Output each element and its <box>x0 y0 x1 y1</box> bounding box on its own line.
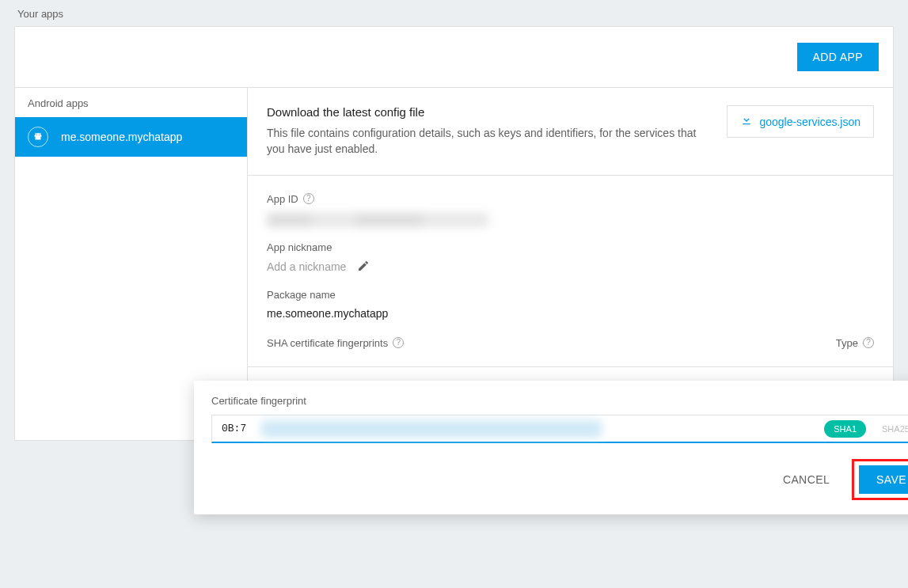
fingerprint-input[interactable] <box>220 415 255 442</box>
fingerprint-input-wrap[interactable]: SHA1 SHA256 <box>211 415 908 443</box>
card-header: ADD APP <box>15 27 893 88</box>
sha1-pill[interactable]: SHA1 <box>824 420 866 438</box>
nickname-row[interactable]: Add a nickname <box>267 260 874 275</box>
fingerprint-dialog: Certificate fingerprint SHA1 SHA256 CANC… <box>194 381 908 514</box>
cancel-button[interactable]: CANCEL <box>777 467 836 492</box>
sha256-pill[interactable]: SHA256 <box>872 420 908 438</box>
pencil-icon <box>357 260 370 275</box>
card-body: Android apps me.someone.mychatapp Downlo… <box>15 88 893 440</box>
android-icon <box>28 127 48 147</box>
save-button[interactable]: SAVE <box>859 465 908 494</box>
sidebar-item-label: me.someone.mychatapp <box>61 131 182 143</box>
help-icon[interactable]: ? <box>393 337 404 348</box>
sha-label: SHA certificate fingerprints ? <box>267 337 404 349</box>
fingerprint-label: Certificate fingerprint <box>211 395 908 407</box>
fingerprint-value-redacted <box>261 420 602 438</box>
sidebar-item-app[interactable]: me.someone.mychatapp <box>15 117 247 157</box>
content: Download the latest config file This fil… <box>248 88 893 440</box>
sha-row: SHA certificate fingerprints ? Type ? <box>267 334 874 349</box>
sidebar-group-label: Android apps <box>15 88 247 117</box>
sha-label-text: SHA certificate fingerprints <box>267 337 388 349</box>
add-app-button[interactable]: ADD APP <box>797 43 880 71</box>
dialog-actions: CANCEL SAVE <box>211 459 908 500</box>
config-block: Download the latest config file This fil… <box>248 88 893 176</box>
save-button-highlight: SAVE <box>852 459 908 500</box>
type-label: Type ? <box>836 337 874 349</box>
download-config-label: google-services.json <box>759 116 861 128</box>
nickname-label: App nickname <box>267 241 874 253</box>
nickname-placeholder: Add a nickname <box>267 260 346 273</box>
config-title: Download the latest config file <box>267 105 708 119</box>
details-block: App ID ? App nickname Add a nickname Pac… <box>248 176 893 367</box>
help-icon[interactable]: ? <box>863 337 874 348</box>
config-desc: This file contains configuration details… <box>267 125 708 157</box>
download-config-button[interactable]: google-services.json <box>727 105 874 138</box>
type-label-text: Type <box>836 337 858 349</box>
app-id-value-redacted <box>267 213 488 227</box>
apps-card: ADD APP Android apps me.someone.mychatap… <box>14 26 894 441</box>
package-value: me.someone.mychatapp <box>267 307 874 320</box>
download-icon <box>740 114 753 129</box>
package-label: Package name <box>267 289 874 301</box>
app-id-label-text: App ID <box>267 193 298 205</box>
help-icon[interactable]: ? <box>303 193 314 204</box>
section-title: Your apps <box>14 0 894 26</box>
app-id-label: App ID ? <box>267 193 874 205</box>
